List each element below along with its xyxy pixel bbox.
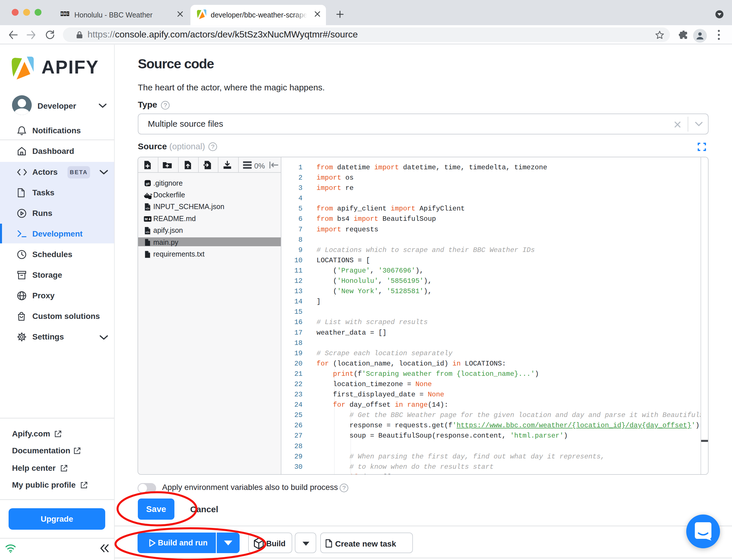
svg-text:C: C bbox=[67, 12, 69, 15]
svg-text:B: B bbox=[61, 12, 63, 15]
svg-text:git: git bbox=[146, 182, 150, 185]
svg-text:</>: </> bbox=[146, 231, 150, 234]
svg-text:</>: </> bbox=[146, 207, 150, 210]
svg-text:B: B bbox=[64, 12, 66, 15]
svg-text:M: M bbox=[145, 217, 148, 221]
